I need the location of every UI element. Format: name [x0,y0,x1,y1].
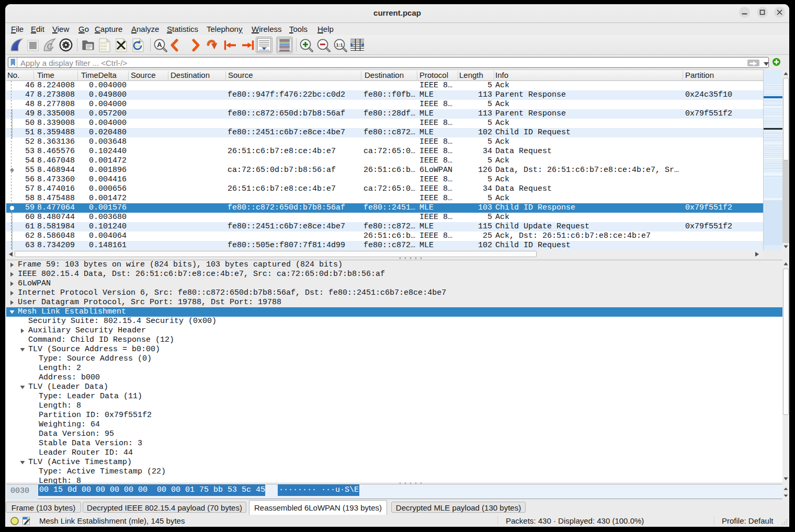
svg-text:1:1: 1:1 [336,42,343,48]
svg-text:A: A [157,41,162,49]
svg-text:0111: 0111 [100,48,107,51]
